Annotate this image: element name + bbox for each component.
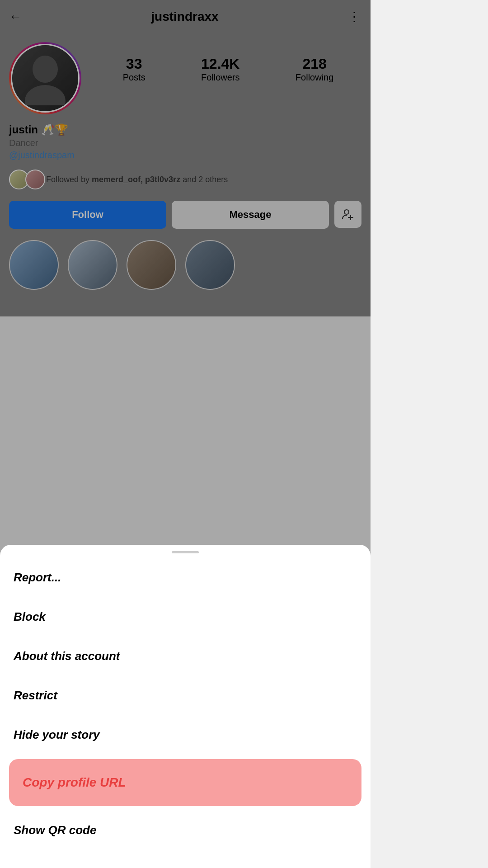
bottom-sheet: Report... Block About this account Restr… [0,545,371,868]
report-option[interactable]: Report... [0,558,371,597]
show-qr-code-option[interactable]: Show QR code [0,811,371,850]
copy-profile-url-option[interactable]: Copy profile URL [9,759,361,806]
block-option[interactable]: Block [0,597,371,637]
restrict-option[interactable]: Restrict [0,676,371,715]
sheet-handle [172,551,199,553]
about-account-option[interactable]: About this account [0,637,371,676]
hide-story-option[interactable]: Hide your story [0,715,371,755]
